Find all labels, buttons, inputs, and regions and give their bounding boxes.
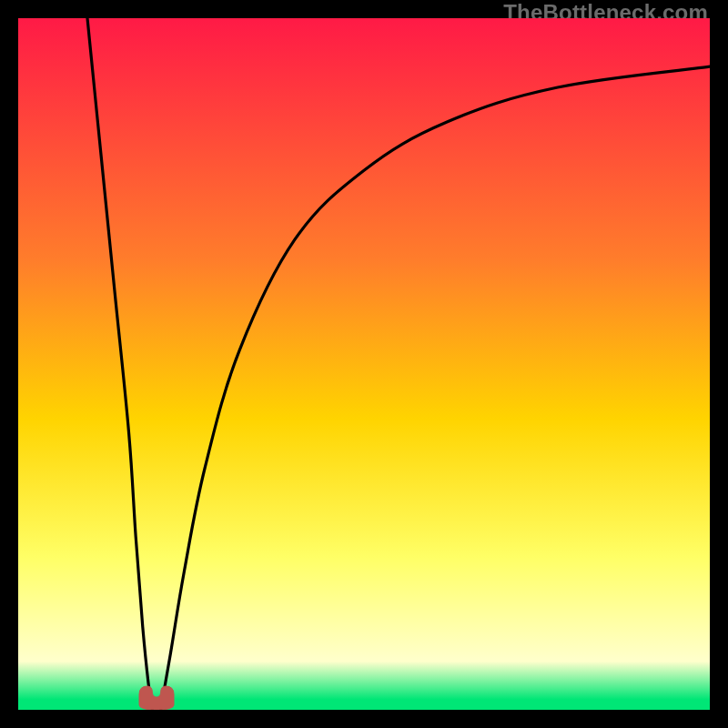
- plot-svg: [18, 18, 710, 710]
- outer-frame: TheBottleneck.com: [0, 0, 728, 728]
